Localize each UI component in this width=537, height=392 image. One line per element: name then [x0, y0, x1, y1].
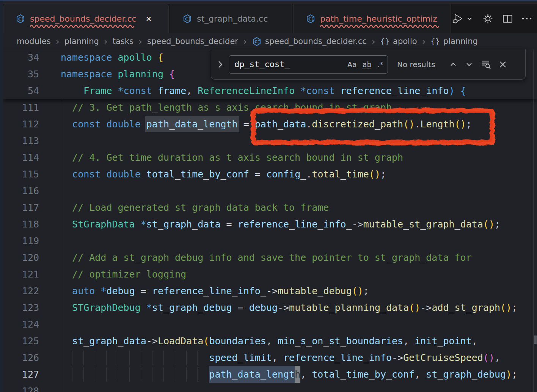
- line-number: 121: [3, 266, 39, 283]
- line-number: 118: [3, 216, 39, 233]
- breadcrumb-separator: ›: [104, 37, 108, 46]
- code-line-114[interactable]: 114 // 4. Get time duration as t axis se…: [3, 149, 537, 166]
- error-squiggle: [30, 25, 138, 28]
- find-in-selection-icon[interactable]: [480, 59, 491, 69]
- code-line-128[interactable]: 128: [3, 383, 537, 392]
- tab-close-icon[interactable]: ✕: [146, 14, 152, 24]
- find-widget: Aa ab .* No results: [211, 49, 526, 80]
- code-line-126[interactable]: 126 speed_limit, reference_line_info->Ge…: [3, 350, 537, 366]
- tab-bar: Cspeed_bounds_decider.cc✕Cst_graph_data.…: [3, 4, 537, 33]
- code-line-54[interactable]: 54 Frame *const frame, ReferenceLineInfo…: [3, 83, 537, 99]
- line-number: 125: [3, 333, 39, 350]
- code-line-121[interactable]: 121 // optimizer logging: [3, 266, 537, 283]
- breadcrumb-item-speed_bounds_decider[interactable]: speed_bounds_decider: [147, 37, 238, 46]
- line-text: speed_limit, reference_line_info->GetCru…: [61, 350, 500, 366]
- error-squiggle: [320, 25, 439, 28]
- scrollbar[interactable]: [533, 49, 537, 392]
- ellipsis-icon[interactable]: [521, 17, 532, 20]
- cpp-file-icon: C: [306, 14, 316, 24]
- breadcrumb-item-tasks[interactable]: tasks: [113, 37, 133, 46]
- namespace-icon: {}: [380, 37, 389, 45]
- code-line-113[interactable]: 113: [3, 133, 537, 149]
- breadcrumb-label: tasks: [113, 37, 133, 46]
- find-input-box[interactable]: Aa ab .*: [229, 55, 388, 74]
- find-next-icon[interactable]: [465, 61, 474, 68]
- breadcrumb-separator: ›: [372, 37, 375, 46]
- line-text: // 3. Get path_length as s axis search b…: [61, 99, 392, 116]
- cpp-file-icon: C: [16, 14, 25, 24]
- code-line-118[interactable]: 118 StGraphData *st_graph_data = referen…: [3, 216, 537, 233]
- tab-label: speed_bounds_decider.cc: [30, 14, 137, 24]
- code-line-112[interactable]: 112 const double path_data_length = path…: [3, 116, 537, 133]
- code-area[interactable]: 111 // 3. Get path_length as s axis sear…: [3, 99, 537, 392]
- line-number: 34: [3, 49, 39, 66]
- code-line-116[interactable]: 116: [3, 183, 537, 199]
- tab-label: st_graph_data.cc: [197, 14, 268, 24]
- chevron-down-icon[interactable]: [465, 14, 474, 23]
- code-line-111[interactable]: 111 // 3. Get path_length as s axis sear…: [3, 99, 537, 116]
- line-number: 123: [3, 299, 39, 316]
- line-number: 35: [3, 66, 39, 83]
- close-icon[interactable]: [498, 60, 507, 69]
- line-text: auto *debug = reference_line_info_->muta…: [61, 283, 369, 299]
- scrollbar-thumb[interactable]: [534, 336, 537, 344]
- regex-button[interactable]: .*: [377, 60, 383, 69]
- find-toggle-replace-button[interactable]: [215, 60, 226, 69]
- line-number: 117: [3, 199, 39, 216]
- code-line-119[interactable]: 119: [3, 233, 537, 249]
- find-results-text: No results: [397, 60, 442, 69]
- breadcrumb-separator: ›: [56, 37, 60, 46]
- tab-st_graph_data.cc[interactable]: Cst_graph_data.cc: [170, 4, 292, 33]
- line-text: STGraphDebug *st_graph_debug = debug->mu…: [61, 299, 517, 316]
- line-text: st_graph_data->LoadData(boundaries, min_…: [61, 333, 477, 350]
- line-number: 122: [3, 283, 39, 299]
- breadcrumb-label: planning: [64, 37, 99, 46]
- code-line-122[interactable]: 122 auto *debug = reference_line_info_->…: [3, 283, 537, 299]
- window-top-border: [0, 0, 537, 1]
- line-number: 120: [3, 249, 39, 266]
- breadcrumb-separator: ›: [138, 37, 142, 46]
- code-line-120[interactable]: 120 // Add a st_graph debug info and sav…: [3, 249, 537, 266]
- code-line-127[interactable]: 127 path_data_length, total_time_by_conf…: [3, 366, 537, 383]
- line-text: StGraphData *st_graph_data = reference_l…: [61, 216, 500, 233]
- code-line-125[interactable]: 125 st_graph_data->LoadData(boundaries, …: [3, 333, 537, 350]
- breadcrumb-separator: ›: [422, 37, 426, 46]
- line-text: namespace apollo {: [61, 49, 163, 66]
- code-line-117[interactable]: 117 // Load generated st graph data back…: [3, 199, 537, 216]
- breadcrumb-item-apollo[interactable]: {}apollo: [380, 37, 417, 46]
- match-case-button[interactable]: Aa: [347, 60, 357, 69]
- line-number: 112: [3, 116, 39, 133]
- code-line-123[interactable]: 123 STGraphDebug *st_graph_debug = debug…: [3, 299, 537, 316]
- whole-word-button[interactable]: ab: [363, 60, 372, 69]
- breadcrumb-item-modules[interactable]: modules: [17, 37, 51, 46]
- line-number: 113: [3, 133, 39, 149]
- split-editor-icon[interactable]: [502, 14, 513, 24]
- line-number: 115: [3, 166, 39, 183]
- debug-run-icon[interactable]: [452, 13, 465, 25]
- line-text: Frame *const frame, ReferenceLineInfo *c…: [61, 83, 466, 99]
- line-number: 54: [3, 83, 39, 99]
- code-line-115[interactable]: 115 const double total_time_by_conf = co…: [3, 166, 537, 183]
- code-line-124[interactable]: 124: [3, 316, 537, 333]
- breadcrumb: modules›planning›tasks›speed_bounds_deci…: [3, 33, 537, 49]
- vscode-window: Cspeed_bounds_decider.cc✕Cst_graph_data.…: [0, 0, 537, 392]
- find-previous-icon[interactable]: [449, 61, 458, 68]
- breadcrumb-label: speed_bounds_decider: [147, 37, 238, 46]
- breadcrumb-separator: ›: [243, 37, 247, 46]
- breadcrumb-label: speed_bounds_decider.cc: [265, 37, 367, 46]
- tabs-container: Cspeed_bounds_decider.cc✕Cst_graph_data.…: [3, 4, 452, 33]
- breadcrumb-item-speed_bounds_decider.cc[interactable]: Cspeed_bounds_decider.cc: [252, 36, 367, 47]
- tab-path_time_heuristic_optimiz[interactable]: Cpath_time_heuristic_optimiz: [293, 4, 451, 33]
- tab-speed_bounds_decider.cc[interactable]: Cspeed_bounds_decider.cc✕: [3, 4, 169, 33]
- find-input[interactable]: [234, 59, 342, 69]
- line-text: // Add a st_graph debug info and save th…: [61, 249, 472, 266]
- line-number: 127: [3, 366, 39, 383]
- line-number: 116: [3, 183, 39, 199]
- breadcrumb-item-planning[interactable]: {}planning: [431, 37, 478, 46]
- gear-icon[interactable]: [482, 13, 494, 25]
- svg-text:C: C: [18, 17, 21, 22]
- breadcrumb-item-planning[interactable]: planning: [64, 37, 99, 46]
- namespace-icon: {}: [431, 37, 440, 45]
- line-number: 114: [3, 149, 39, 166]
- svg-text:C: C: [185, 17, 188, 22]
